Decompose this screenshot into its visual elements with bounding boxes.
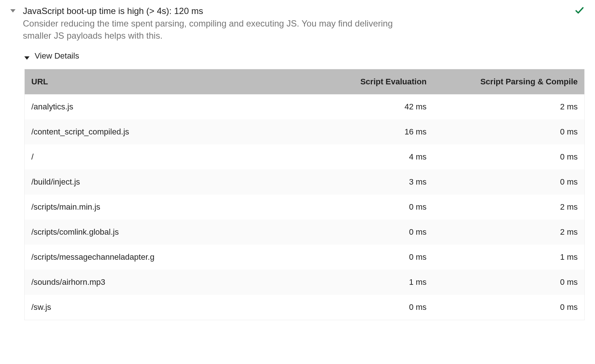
table-row: /scripts/comlink.global.js0 ms2 ms bbox=[25, 220, 584, 245]
audit-details: View Details URL Script Evaluation Scrip… bbox=[24, 51, 585, 320]
cell-script-parsing-compile: 0 ms bbox=[433, 169, 584, 195]
cell-url: / bbox=[25, 144, 282, 169]
col-header-script-parsing-compile: Script Parsing & Compile bbox=[433, 69, 584, 94]
cell-script-evaluation: 0 ms bbox=[282, 295, 433, 320]
cell-script-evaluation: 4 ms bbox=[282, 144, 433, 169]
cell-script-evaluation: 0 ms bbox=[282, 195, 433, 220]
table-row: /analytics.js42 ms2 ms bbox=[25, 94, 584, 119]
cell-script-evaluation: 1 ms bbox=[282, 270, 433, 295]
cell-script-parsing-compile: 2 ms bbox=[433, 195, 584, 220]
cell-script-evaluation: 0 ms bbox=[282, 245, 433, 270]
chevron-down-icon bbox=[24, 56, 29, 60]
cell-script-parsing-compile: 0 ms bbox=[433, 119, 584, 144]
audit-header: JavaScript boot-up time is high (> 4s): … bbox=[10, 5, 585, 42]
cell-url: /scripts/comlink.global.js bbox=[25, 220, 282, 245]
table-row: /sw.js0 ms0 ms bbox=[25, 295, 584, 320]
table-row: /scripts/messagechanneladapter.g0 ms1 ms bbox=[25, 245, 584, 270]
table-row: /build/inject.js3 ms0 ms bbox=[25, 169, 584, 195]
cell-script-parsing-compile: 2 ms bbox=[433, 220, 584, 245]
cell-script-evaluation: 3 ms bbox=[282, 169, 433, 195]
cell-url: /sounds/airhorn.mp3 bbox=[25, 270, 282, 295]
chevron-down-icon[interactable] bbox=[10, 9, 15, 13]
audit-heading: JavaScript boot-up time is high (> 4s): … bbox=[23, 5, 585, 42]
cell-script-parsing-compile: 0 ms bbox=[433, 270, 584, 295]
cell-script-evaluation: 16 ms bbox=[282, 119, 433, 144]
cell-url: /build/inject.js bbox=[25, 169, 282, 195]
cell-script-parsing-compile: 2 ms bbox=[433, 94, 584, 119]
audit-title: JavaScript boot-up time is high (> 4s): … bbox=[23, 5, 585, 17]
view-details-toggle[interactable]: View Details bbox=[24, 51, 585, 61]
bootup-time-table: URL Script Evaluation Script Parsing & C… bbox=[24, 69, 585, 320]
cell-url: /sw.js bbox=[25, 295, 282, 320]
col-header-url: URL bbox=[25, 69, 282, 94]
cell-script-evaluation: 0 ms bbox=[282, 220, 433, 245]
cell-script-evaluation: 42 ms bbox=[282, 94, 433, 119]
table-row: /sounds/airhorn.mp31 ms0 ms bbox=[25, 270, 584, 295]
col-header-script-evaluation: Script Evaluation bbox=[282, 69, 433, 94]
table-row: /4 ms0 ms bbox=[25, 144, 584, 169]
cell-url: /scripts/main.min.js bbox=[25, 195, 282, 220]
cell-url: /analytics.js bbox=[25, 94, 282, 119]
cell-script-parsing-compile: 1 ms bbox=[433, 245, 584, 270]
pass-check-icon bbox=[574, 5, 585, 15]
view-details-label: View Details bbox=[35, 51, 79, 61]
table-header-row: URL Script Evaluation Script Parsing & C… bbox=[25, 69, 584, 94]
audit-description: Consider reducing the time spent parsing… bbox=[23, 18, 414, 42]
audit-panel: JavaScript boot-up time is high (> 4s): … bbox=[0, 0, 595, 335]
cell-script-parsing-compile: 0 ms bbox=[433, 144, 584, 169]
cell-url: /scripts/messagechanneladapter.g bbox=[25, 245, 282, 270]
table-row: /scripts/main.min.js0 ms2 ms bbox=[25, 195, 584, 220]
cell-script-parsing-compile: 0 ms bbox=[433, 295, 584, 320]
table-row: /content_script_compiled.js16 ms0 ms bbox=[25, 119, 584, 144]
cell-url: /content_script_compiled.js bbox=[25, 119, 282, 144]
